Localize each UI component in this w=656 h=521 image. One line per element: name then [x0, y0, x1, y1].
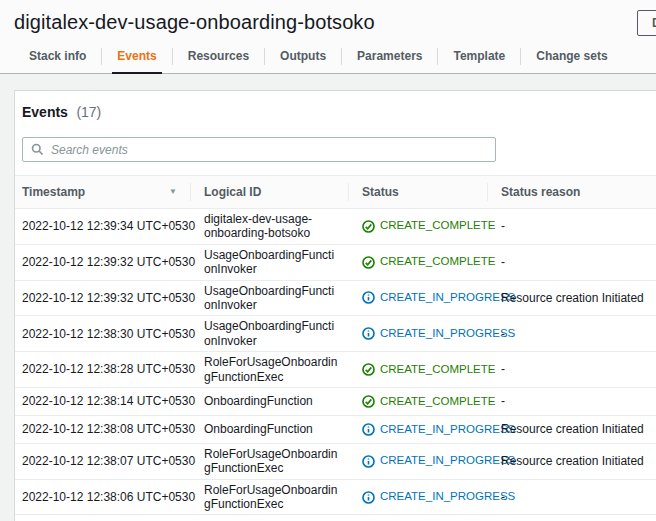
status-reason-cell: Resource creation Initiated: [488, 443, 656, 479]
search-input[interactable]: [51, 143, 487, 157]
status-reason-cell: Resource creation Initiated: [488, 280, 656, 316]
status-reason-cell: -: [488, 244, 656, 280]
tab-events[interactable]: Events: [102, 40, 171, 73]
page-title: digitalex-dev-usage-onboarding-botsoko: [14, 11, 656, 34]
timestamp-cell: 2022-10-12 12:38:14 UTC+0530: [15, 387, 191, 415]
stack-detail-header: digitalex-dev-usage-onboarding-botsoko D…: [0, 0, 656, 74]
tab-outputs[interactable]: Outputs: [265, 40, 341, 73]
timestamp-cell: 2022-10-12 12:38:05 UTC+0530: [15, 515, 191, 521]
status-cell: CREATE_COMPLETE: [349, 244, 488, 280]
events-heading: Events: [22, 104, 68, 120]
status-reason-cell: -: [488, 515, 656, 521]
table-row: 2022-10-12 12:38:06 UTC+0530 RoleForUsag…: [15, 479, 656, 515]
search-icon: [31, 143, 44, 156]
status-success-icon: [362, 395, 375, 408]
delete-button[interactable]: Delete: [637, 10, 656, 36]
column-header-timestamp[interactable]: Timestamp ▼: [15, 176, 191, 209]
events-count: (17): [76, 104, 101, 120]
logical-id-cell: RoleForUsageOnboardingFunctionExec: [191, 479, 349, 515]
logical-id-cell: UsageOnboardingFunctionInvoker: [191, 316, 349, 352]
status-cell: CREATE_IN_PROGRESS: [349, 415, 488, 443]
status-success-icon: [362, 220, 375, 233]
status-cell: CREATE_IN_PROGRESS: [349, 443, 488, 479]
status-reason-cell: -: [488, 387, 656, 415]
sort-descending-icon[interactable]: ▼: [169, 188, 177, 196]
status-success-icon: [362, 363, 375, 376]
events-panel: Events (17) Timestamp ▼: [14, 90, 656, 521]
table-row: 2022-10-12 12:38:05 UTC+0530 OnboardingF…: [15, 515, 656, 521]
status-cell: CREATE_IN_PROGRESS: [349, 515, 488, 521]
tab-template[interactable]: Template: [438, 40, 520, 73]
logical-id-cell: OnboardingFunction: [191, 387, 349, 415]
tab-change-sets[interactable]: Change sets: [521, 40, 622, 73]
timestamp-cell: 2022-10-12 12:39:34 UTC+0530: [15, 209, 191, 245]
status-reason-cell: Resource creation Initiated: [488, 415, 656, 443]
logical-id-cell: digitalex-dev-usage-onboarding-botsoko: [191, 209, 349, 245]
timestamp-cell: 2022-10-12 12:39:32 UTC+0530: [15, 280, 191, 316]
logical-id-cell: RoleForUsageOnboardingFunctionExec: [191, 352, 349, 388]
status-in-progress-icon: [362, 327, 375, 340]
logical-id-cell: OnboardingFunction: [191, 515, 349, 521]
logical-id-cell: OnboardingFunction: [191, 415, 349, 443]
table-row: 2022-10-12 12:38:14 UTC+0530 OnboardingF…: [15, 387, 656, 415]
logical-id-cell: UsageOnboardingFunctionInvoker: [191, 280, 349, 316]
tab-parameters[interactable]: Parameters: [342, 40, 437, 73]
tab-resources[interactable]: Resources: [173, 40, 264, 73]
tab-bar: Stack info Events Resources Outputs Para…: [0, 40, 656, 74]
timestamp-cell: 2022-10-12 12:38:28 UTC+0530: [15, 352, 191, 388]
logical-id-cell: UsageOnboardingFunctionInvoker: [191, 244, 349, 280]
table-row: 2022-10-12 12:39:34 UTC+0530 digitalex-d…: [15, 209, 656, 245]
status-reason-cell: -: [488, 209, 656, 245]
status-cell: CREATE_IN_PROGRESS: [349, 316, 488, 352]
status-cell: CREATE_IN_PROGRESS: [349, 280, 488, 316]
status-cell: CREATE_IN_PROGRESS: [349, 479, 488, 515]
status-in-progress-icon: [362, 455, 375, 468]
table-row: 2022-10-12 12:39:32 UTC+0530 UsageOnboar…: [15, 280, 656, 316]
logical-id-cell: RoleForUsageOnboardingFunctionExec: [191, 443, 349, 479]
status-cell: CREATE_COMPLETE: [349, 387, 488, 415]
table-row: 2022-10-12 12:38:30 UTC+0530 UsageOnboar…: [15, 316, 656, 352]
timestamp-cell: 2022-10-12 12:38:30 UTC+0530: [15, 316, 191, 352]
events-table: Timestamp ▼ Logical ID Status Status rea…: [15, 175, 656, 521]
timestamp-cell: 2022-10-12 12:38:07 UTC+0530: [15, 443, 191, 479]
table-row: 2022-10-12 12:38:07 UTC+0530 RoleForUsag…: [15, 443, 656, 479]
column-header-status: Status: [349, 176, 488, 209]
column-header-status-reason: Status reason: [488, 176, 656, 209]
search-box[interactable]: [22, 137, 496, 162]
timestamp-cell: 2022-10-12 12:39:32 UTC+0530: [15, 244, 191, 280]
column-header-logical-id: Logical ID: [191, 176, 349, 209]
table-row: 2022-10-12 12:39:32 UTC+0530 UsageOnboar…: [15, 244, 656, 280]
timestamp-cell: 2022-10-12 12:38:06 UTC+0530: [15, 479, 191, 515]
status-in-progress-icon: [362, 423, 375, 436]
status-reason-cell: -: [488, 352, 656, 388]
table-row: 2022-10-12 12:38:08 UTC+0530 OnboardingF…: [15, 415, 656, 443]
status-in-progress-icon: [362, 491, 375, 504]
status-in-progress-icon: [362, 291, 375, 304]
timestamp-cell: 2022-10-12 12:38:08 UTC+0530: [15, 415, 191, 443]
status-success-icon: [362, 256, 375, 269]
table-row: 2022-10-12 12:38:28 UTC+0530 RoleForUsag…: [15, 352, 656, 388]
tab-stack-info[interactable]: Stack info: [14, 40, 101, 73]
status-cell: CREATE_COMPLETE: [349, 209, 488, 245]
status-cell: CREATE_COMPLETE: [349, 352, 488, 388]
